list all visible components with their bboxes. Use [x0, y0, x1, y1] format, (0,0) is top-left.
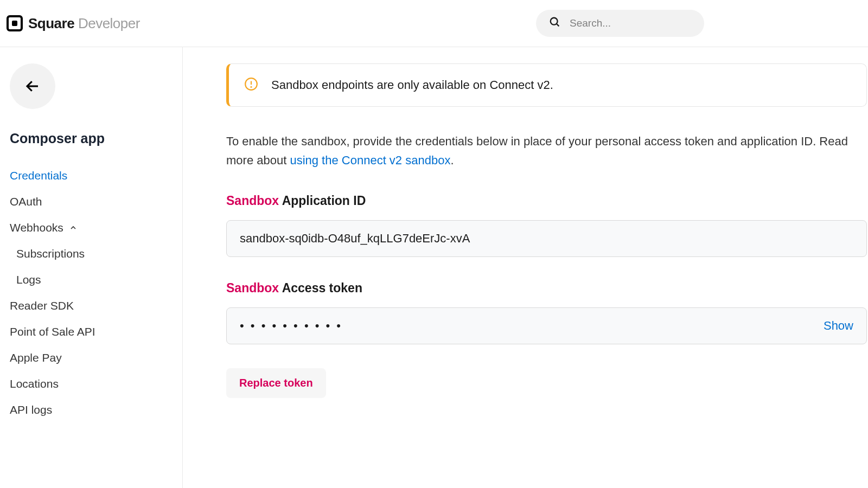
svg-point-5	[251, 87, 251, 87]
app-name: Composer app	[10, 131, 173, 146]
access-token-field[interactable]: • • • • • • • • • • Show	[226, 307, 867, 344]
app-id-label-text: Application ID	[279, 194, 366, 208]
logo-secondary: Developer	[78, 15, 140, 31]
sandbox-docs-link[interactable]: using the Connect v2 sandbox	[290, 153, 450, 167]
alert-box: Sandbox endpoints are only available on …	[226, 63, 867, 107]
nav-apple-pay[interactable]: Apple Pay	[10, 345, 173, 371]
description-text: To enable the sandbox, provide the crede…	[226, 132, 867, 170]
svg-point-0	[551, 18, 558, 25]
logo[interactable]: Square Developer	[7, 15, 140, 32]
sidebar: Composer app Credentials OAuth Webhooks …	[0, 47, 183, 488]
logo-text: Square Developer	[28, 15, 140, 32]
main-content: Sandbox endpoints are only available on …	[183, 47, 868, 488]
search-input[interactable]	[570, 17, 691, 29]
nav-webhooks-label: Webhooks	[10, 221, 63, 234]
search-box[interactable]	[536, 10, 704, 37]
nav-subscriptions[interactable]: Subscriptions	[10, 241, 173, 267]
access-token-label: Sandbox Access token	[226, 281, 867, 296]
sandbox-tag: Sandbox	[226, 281, 279, 295]
app-id-field[interactable]: sandbox-sq0idb-O48uf_kqLLG7deErJc-xvA	[226, 220, 867, 257]
nav-oauth[interactable]: OAuth	[10, 189, 173, 215]
sandbox-tag: Sandbox	[226, 194, 279, 208]
access-token-label-text: Access token	[279, 281, 362, 295]
show-token-link[interactable]: Show	[824, 319, 853, 333]
square-logo-icon	[7, 15, 23, 31]
nav-pos-api[interactable]: Point of Sale API	[10, 319, 173, 345]
nav-reader-sdk[interactable]: Reader SDK	[10, 293, 173, 319]
alert-text: Sandbox endpoints are only available on …	[271, 78, 553, 92]
app-id-label: Sandbox Application ID	[226, 194, 867, 208]
search-icon	[549, 16, 561, 30]
nav-credentials[interactable]: Credentials	[10, 163, 173, 189]
access-token-masked: • • • • • • • • • •	[240, 319, 342, 333]
description-post: .	[450, 153, 454, 167]
warning-icon	[244, 77, 258, 93]
top-header: Square Developer	[0, 0, 868, 47]
back-button[interactable]	[10, 63, 55, 109]
app-id-value: sandbox-sq0idb-O48uf_kqLLG7deErJc-xvA	[240, 232, 470, 246]
logo-primary: Square	[28, 15, 74, 31]
chevron-up-icon	[69, 223, 78, 232]
arrow-left-icon	[24, 78, 41, 94]
nav-locations[interactable]: Locations	[10, 371, 173, 397]
svg-line-1	[557, 24, 559, 27]
nav-logs[interactable]: Logs	[10, 267, 173, 293]
nav-webhooks[interactable]: Webhooks	[10, 215, 173, 241]
nav-api-logs[interactable]: API logs	[10, 397, 173, 423]
replace-token-button[interactable]: Replace token	[226, 368, 326, 398]
